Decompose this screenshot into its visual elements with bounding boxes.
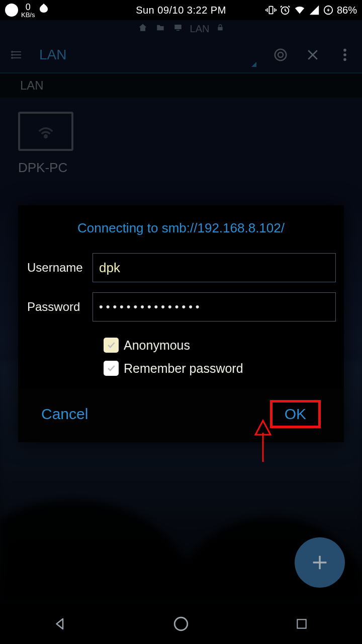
cancel-button[interactable]: Cancel [41,400,88,428]
anonymous-label: Anonymous [124,338,190,353]
battery-circle-icon [323,5,334,16]
wifi-icon [294,5,306,16]
cell-signal-icon [309,5,320,16]
svg-rect-3 [174,25,182,29]
toolbar-title[interactable]: LAN [39,47,66,63]
menu-icon[interactable] [7,45,27,65]
password-label: Password [25,300,90,314]
device-label: DPK-PC [18,160,362,176]
username-label: Username [25,261,90,275]
add-fab[interactable] [295,537,345,588]
svg-point-14 [174,617,188,630]
lock-icon [216,23,224,35]
network-speed: 0 KB/s [21,3,35,18]
target-icon[interactable] [270,45,291,65]
device-icon [18,112,73,151]
breadcrumb[interactable]: LAN [0,73,362,98]
path-segment: LAN [190,23,210,35]
svg-point-6 [12,54,13,55]
svg-point-7 [12,57,13,58]
notification-dot-icon [5,4,18,17]
dialog-title: Connecting to smb://192.168.8.102/ [18,205,344,250]
svg-point-11 [343,53,346,56]
remember-label: Remember password [124,361,243,376]
connect-dialog: Connecting to smb://192.168.8.102/ Usern… [18,205,344,442]
home-button[interactable] [168,611,194,637]
alarm-icon [280,5,291,16]
battery-percent: 86% [337,5,357,16]
back-button[interactable] [47,611,73,637]
home-icon [138,23,148,35]
path-bar: LAN [0,20,362,37]
breadcrumb-label: LAN [20,78,44,93]
recents-button[interactable] [289,611,315,637]
device-item[interactable]: DPK-PC [0,98,362,176]
svg-point-9 [278,52,283,57]
svg-rect-15 [297,619,306,628]
toolbar: LAN [0,37,362,73]
pc-icon [173,23,183,35]
svg-point-12 [343,58,346,61]
svg-point-5 [12,51,13,52]
password-input[interactable]: ••••••••••••••• [93,292,336,321]
svg-rect-0 [269,7,273,14]
kbs-value: 0 [21,3,35,12]
svg-point-10 [343,49,346,52]
svg-point-13 [45,135,47,138]
vibrate-icon [265,5,277,16]
android-navbar [0,604,362,644]
leaf-icon [38,3,50,18]
anonymous-checkbox[interactable] [104,338,119,353]
folder-icon [155,23,166,35]
username-input[interactable] [93,253,336,282]
ok-button[interactable]: OK [270,400,321,428]
svg-rect-4 [218,27,223,30]
close-icon[interactable] [303,45,323,65]
kbs-unit: KB/s [21,11,35,19]
status-bar: 0 KB/s Sun 09/10 3:22 PM 86% [0,0,362,20]
svg-point-8 [275,49,287,61]
dropdown-indicator-icon [251,62,256,67]
remember-checkbox[interactable] [104,361,119,376]
more-icon[interactable] [335,45,355,65]
